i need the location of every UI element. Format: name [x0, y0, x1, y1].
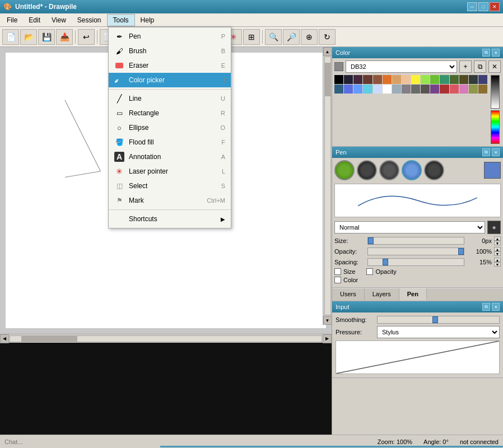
scroll-up-button[interactable]: ▲	[323, 47, 332, 56]
color-cell[interactable]	[450, 85, 459, 94]
color-cell[interactable]	[478, 85, 487, 94]
color-cell[interactable]	[402, 85, 411, 94]
pressure-color-checkbox[interactable]	[334, 277, 341, 283]
color-panel-close[interactable]: ✕	[492, 49, 500, 57]
tab-layers[interactable]: Layers	[365, 288, 399, 301]
menu-ellipse[interactable]: ○ Ellipse O	[109, 120, 231, 135]
opacity-slider[interactable]	[367, 248, 464, 255]
color-panel-float[interactable]: ⧉	[482, 49, 490, 57]
blend-icon-button[interactable]: ●	[487, 221, 501, 234]
color-cell[interactable]	[440, 75, 449, 84]
pressure-size-checkbox[interactable]	[334, 268, 341, 275]
size-slider[interactable]	[367, 237, 464, 245]
color-cell[interactable]	[334, 75, 343, 84]
menu-brush[interactable]: 🖌 Brush B	[109, 44, 231, 58]
color-cell[interactable]	[440, 85, 449, 94]
color-cell[interactable]	[430, 85, 439, 94]
color-cell[interactable]	[383, 75, 392, 84]
color-cell[interactable]	[334, 85, 343, 94]
toolbar-zoom-out[interactable]: 🔎	[283, 29, 300, 45]
palette-copy[interactable]: ⧉	[474, 60, 486, 73]
maximize-button[interactable]: □	[478, 2, 488, 11]
toolbar-open[interactable]: 📂	[20, 29, 37, 45]
toolbar-saveas[interactable]: 📥	[56, 29, 73, 45]
pen-preset-1[interactable]	[334, 160, 355, 180]
scroll-h-thumb[interactable]	[21, 336, 77, 342]
spacing-slider[interactable]	[367, 258, 464, 266]
scroll-v-thumb[interactable]	[325, 63, 330, 96]
color-cell[interactable]	[363, 85, 372, 94]
spacing-down[interactable]: ▼	[494, 262, 501, 267]
size-thumb[interactable]	[368, 237, 374, 244]
color-cell[interactable]	[421, 75, 430, 84]
menu-shortcuts[interactable]: Shortcuts ▶	[109, 212, 231, 226]
toolbar-zoom-fit[interactable]: ⊕	[301, 29, 318, 45]
toolbar-grid[interactable]: ⊞	[243, 29, 260, 45]
color-cell[interactable]	[478, 75, 487, 84]
menu-tools[interactable]: Tools	[107, 14, 135, 26]
menu-line[interactable]: ╱ Line U	[109, 91, 231, 106]
toolbar-zoom-in[interactable]: 🔍	[265, 29, 282, 45]
brightness-strip[interactable]	[491, 75, 500, 109]
menu-annotation[interactable]: A Annotation A	[109, 150, 231, 164]
menu-pen[interactable]: ✒ Pen P	[109, 29, 231, 44]
color-cell[interactable]	[344, 85, 353, 94]
blend-mode-select[interactable]: Normal	[334, 221, 485, 234]
toolbar-undo[interactable]: ↩	[78, 29, 95, 45]
input-panel-float[interactable]: ⧉	[482, 303, 490, 311]
scroll-v-track[interactable]	[324, 57, 331, 315]
minimize-button[interactable]: ─	[467, 2, 477, 11]
spacing-up[interactable]: ▲	[494, 258, 501, 262]
opacity-thumb[interactable]	[458, 248, 464, 255]
pen-color-swatch[interactable]	[484, 162, 501, 179]
pen-preset-2[interactable]	[357, 160, 377, 180]
palette-add[interactable]: +	[459, 60, 472, 73]
menu-laser[interactable]: ✳ Laser pointer L	[109, 164, 231, 179]
scroll-left-button[interactable]: ◀	[0, 334, 9, 343]
chat-text-input[interactable]	[4, 438, 117, 445]
menu-help[interactable]: Help	[135, 15, 160, 26]
opacity-up[interactable]: ▲	[494, 247, 501, 251]
color-cell[interactable]	[450, 75, 459, 84]
color-cell[interactable]	[373, 85, 382, 94]
color-cell[interactable]	[392, 75, 401, 84]
color-cell[interactable]	[392, 85, 401, 94]
palette-select[interactable]: DB32	[346, 60, 457, 73]
size-up[interactable]: ▲	[494, 236, 501, 241]
menu-session[interactable]: Session	[72, 15, 107, 26]
smoothing-thumb[interactable]	[432, 316, 438, 323]
palette-delete[interactable]: ✕	[488, 60, 501, 73]
color-cell[interactable]	[421, 85, 430, 94]
scroll-right-button[interactable]: ▶	[323, 334, 332, 343]
hue-strip[interactable]	[491, 110, 500, 144]
spacing-thumb[interactable]	[383, 259, 388, 265]
menu-file[interactable]: File	[1, 15, 23, 26]
color-cell[interactable]	[411, 85, 420, 94]
pen-preset-3[interactable]	[379, 160, 399, 180]
menu-flood-fill[interactable]: 🪣 Flood fill F	[109, 135, 231, 150]
menu-edit[interactable]: Edit	[23, 15, 46, 26]
color-cell[interactable]	[353, 75, 362, 84]
color-cell[interactable]	[344, 75, 353, 84]
color-cell[interactable]	[363, 75, 372, 84]
toolbar-new[interactable]: 📄	[2, 29, 19, 45]
toolbar-save[interactable]: 💾	[38, 29, 55, 45]
menu-select[interactable]: ◫ Select S	[109, 179, 231, 193]
scroll-h-track[interactable]	[10, 335, 322, 342]
scroll-down-button[interactable]: ▼	[323, 316, 332, 325]
color-cell[interactable]	[402, 75, 411, 84]
tab-pen[interactable]: Pen	[399, 288, 427, 301]
color-cell[interactable]	[411, 75, 420, 84]
color-cell[interactable]	[459, 85, 468, 94]
color-cell[interactable]	[459, 75, 468, 84]
pen-panel-float[interactable]: ⧉	[482, 148, 490, 156]
menu-rectangle[interactable]: ▭ Rectangle R	[109, 106, 231, 120]
pressure-opacity-checkbox[interactable]	[366, 268, 373, 275]
color-cell[interactable]	[469, 75, 478, 84]
menu-view[interactable]: View	[46, 15, 72, 26]
toolbar-refresh[interactable]: ↻	[319, 29, 336, 45]
size-down[interactable]: ▼	[494, 241, 501, 245]
color-cell[interactable]	[373, 75, 382, 84]
pressure-select[interactable]: StylusMouseDistanceVelocity	[377, 326, 500, 338]
menu-color-picker[interactable]: ✒ Color picker I	[109, 73, 231, 87]
